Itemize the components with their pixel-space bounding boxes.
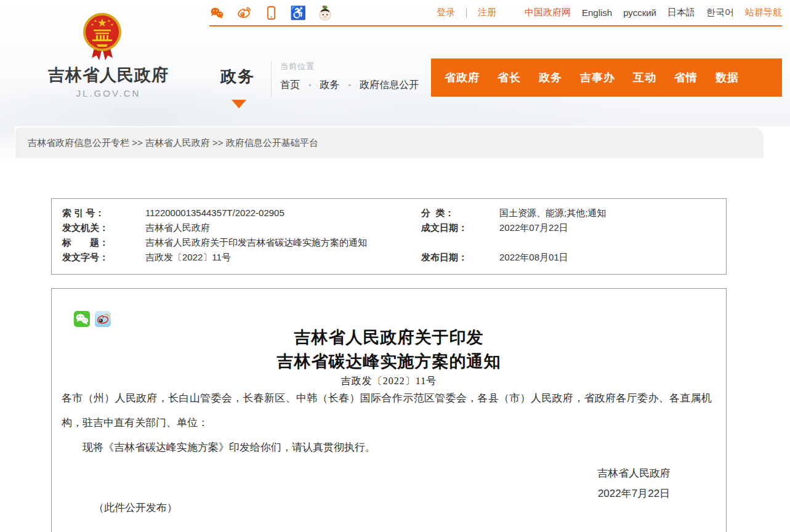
document-signature: 吉林省人民政府 2022年7月22日 bbox=[597, 463, 671, 504]
nav-item-jishiban[interactable]: 吉事办 bbox=[580, 70, 615, 85]
national-emblem bbox=[82, 12, 123, 64]
nav-item-province-overview[interactable]: 省情 bbox=[674, 70, 698, 85]
meta-title-label: 标 题： bbox=[62, 237, 108, 249]
current-location-label: 当前位置 bbox=[280, 61, 315, 72]
lang-korean-link[interactable]: 한국어 bbox=[706, 7, 734, 18]
meta-row-issuer: 发文机关： 吉林省人民政府 成文日期： 2022年07月22日 bbox=[52, 222, 726, 237]
meta-category-value: 国土资源、能源;其他;通知 bbox=[499, 208, 606, 219]
china-gov-link[interactable]: 中国政府网 bbox=[525, 7, 571, 18]
meta-category-label: 分 类： bbox=[421, 208, 454, 219]
meta-issuer-value: 吉林省人民政府 bbox=[145, 222, 210, 234]
accessibility-icon[interactable]: ♿ bbox=[291, 6, 305, 20]
nav-item-provincial-government[interactable]: 省政府 bbox=[445, 70, 480, 85]
site-domain: JL.GOV.CN bbox=[47, 88, 170, 99]
meta-date-pub-label: 发布日期： bbox=[421, 252, 467, 264]
document-footnote: （此件公开发布） bbox=[94, 501, 177, 515]
main-nav: 省政府 省长 政务 吉事办 互动 省情 数据 bbox=[431, 58, 782, 97]
divider bbox=[466, 8, 467, 18]
breadcrumb-separator: • bbox=[349, 81, 352, 90]
document-paragraph-recipients: 各市（州）人民政府，长白山管委会，长春新区、中韩（长春）国际合作示范区管委会，各… bbox=[62, 386, 712, 435]
share-weibo-icon[interactable] bbox=[95, 311, 111, 327]
lang-russian-link[interactable]: русский bbox=[623, 7, 656, 18]
signature-date: 2022年7月22日 bbox=[597, 483, 671, 504]
breadcrumb-separator: • bbox=[308, 81, 312, 90]
nav-item-governor[interactable]: 省长 bbox=[498, 70, 521, 85]
document-content-box: 吉林省人民政府关于印发 吉林省碳达峰实施方案的通知 吉政发〔2022〕11号 各… bbox=[51, 288, 727, 532]
background-tint bbox=[0, 126, 15, 163]
site-name[interactable]: 吉林省人民政府 bbox=[47, 64, 170, 86]
meta-date-written-label: 成文日期： bbox=[421, 222, 467, 234]
breadcrumb-zhengwu[interactable]: 政务 bbox=[320, 79, 340, 92]
document-metadata-box: 索 引 号： 1122000013544357T/2022-02905 分 类：… bbox=[51, 198, 727, 275]
meta-row-title: 标 题： 吉林省人民政府关于印发吉林省碳达峰实施方案的通知 bbox=[52, 237, 726, 252]
platform-breadcrumb-bar: 吉林省政府信息公开专栏 >> 吉林省人民政府 >> 政府信息公开基础平台 bbox=[15, 127, 764, 158]
meta-row-index: 索 引 号： 1122000013544357T/2022-02905 分 类：… bbox=[52, 208, 726, 222]
lang-japanese-link[interactable]: 日本語 bbox=[667, 7, 695, 18]
breadcrumb-home[interactable]: 首页 bbox=[280, 79, 300, 92]
caret-down-icon bbox=[232, 100, 246, 108]
meta-date-written-value: 2022年07月22日 bbox=[499, 222, 568, 234]
breadcrumb-info-disclosure[interactable]: 政府信息公开 bbox=[360, 79, 419, 92]
signature-org: 吉林省人民政府 bbox=[597, 463, 671, 483]
mobile-icon[interactable] bbox=[264, 6, 278, 20]
wechat-icon[interactable] bbox=[209, 6, 224, 20]
document-paragraph-notice: 现将《吉林省碳达峰实施方案》印发给你们，请认真贯彻执行。 bbox=[62, 435, 712, 460]
share-wechat-icon[interactable] bbox=[74, 311, 90, 327]
meta-index-value: 1122000013544357T/2022-02905 bbox=[145, 208, 284, 218]
login-link[interactable]: 登录 bbox=[437, 7, 455, 18]
section-title: 政务 bbox=[220, 66, 255, 87]
nav-item-interaction[interactable]: 互动 bbox=[633, 70, 656, 85]
divider bbox=[271, 62, 272, 97]
social-icons: ♿ bbox=[209, 6, 333, 20]
document-body: 各市（州）人民政府，长白山管委会，长春新区、中韩（长春）国际合作示范区管委会，各… bbox=[62, 386, 712, 460]
document-title-line2: 吉林省碳达峰实施方案的通知 bbox=[52, 350, 726, 374]
meta-row-doc-no: 发文字号： 吉政发〔2022〕11号 发布日期： 2022年08月01日 bbox=[52, 252, 726, 267]
register-link[interactable]: 注册 bbox=[478, 7, 496, 18]
nav-item-data[interactable]: 数据 bbox=[715, 70, 739, 85]
lang-english-link[interactable]: English bbox=[582, 7, 612, 18]
breadcrumb: 首页 • 政务 • 政府信息公开 bbox=[280, 79, 419, 92]
document-title: 吉林省人民政府关于印发 吉林省碳达峰实施方案的通知 bbox=[52, 326, 726, 374]
meta-doc-no-label: 发文字号： bbox=[62, 252, 108, 264]
meta-index-label: 索 引 号： bbox=[62, 208, 104, 219]
platform-breadcrumb-text[interactable]: 吉林省政府信息公开专栏 >> 吉林省人民政府 >> 政府信息公开基础平台 bbox=[28, 137, 318, 149]
utility-links: 登录 注册 中国政府网 English русский 日本語 한국어 站群导航 bbox=[437, 7, 782, 18]
meta-title-value: 吉林省人民政府关于印发吉林省碳达峰实施方案的通知 bbox=[145, 237, 367, 249]
meta-issuer-label: 发文机关： bbox=[62, 222, 108, 234]
mascot-icon[interactable] bbox=[318, 6, 333, 20]
page: ♿ 登录 注册 中国政府网 English русс bbox=[0, 0, 790, 532]
weibo-icon[interactable] bbox=[236, 6, 251, 20]
meta-date-pub-value: 2022年08月01日 bbox=[499, 252, 568, 264]
document-title-line1: 吉林省人民政府关于印发 bbox=[52, 326, 726, 350]
top-utility-bar: ♿ 登录 注册 中国政府网 English русс bbox=[209, 0, 782, 26]
meta-doc-no-value: 吉政发〔2022〕11号 bbox=[145, 252, 231, 264]
site-group-nav-link[interactable]: 站群导航 bbox=[745, 7, 782, 18]
nav-item-zhengwu[interactable]: 政务 bbox=[539, 70, 562, 85]
